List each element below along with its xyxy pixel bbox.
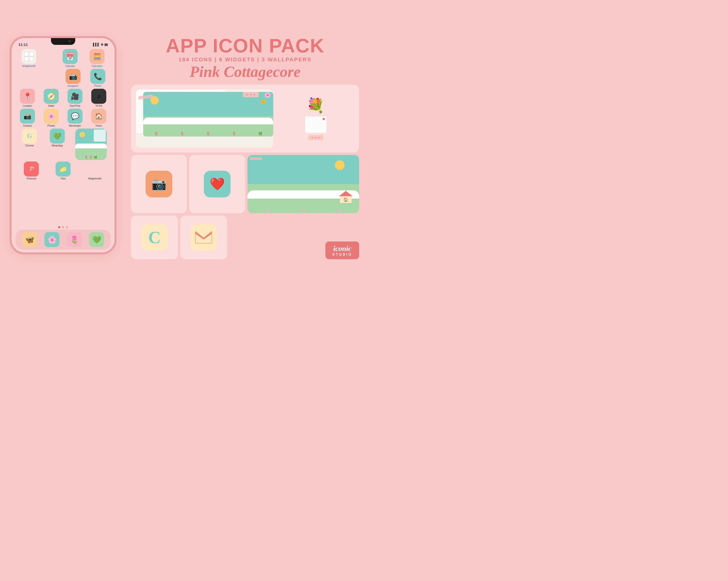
app-camera[interactable]: 📸 Camera: [18, 109, 37, 127]
icon-row-3: 📍 Location 🧭 Safari 🎥: [16, 89, 110, 107]
brand-studio: STUDIO: [332, 252, 353, 256]
home-icon: 🏠: [91, 109, 106, 124]
app-pinterest[interactable]: 𝓟 Pinterest: [21, 162, 41, 180]
instagram-icon: 📷: [66, 69, 81, 84]
tape-scene: [250, 157, 262, 160]
whatsapp-icon: 💚: [50, 129, 65, 143]
chrome-label: Chrome: [25, 144, 34, 147]
app-safari[interactable]: 🧭 Safari: [41, 89, 61, 107]
phone-dock: 🦋 🌸 🌷 💚: [16, 230, 111, 250]
tiktok-icon: ♪: [91, 89, 106, 104]
icon-row-6: 𝓟 Pinterest 📁 Files Widgetsmith: [16, 162, 110, 180]
battery-icon: ▮▮: [104, 43, 108, 46]
whatsapp-preview-card: ❤️: [189, 155, 245, 213]
scene-preview-card: 🏠 🌸🌸🌸: [248, 155, 359, 213]
gmail-preview-card: [180, 216, 227, 259]
phone-device: 11:11 ▌▌▌ ⊛ ▮▮: [10, 36, 116, 254]
title-area: APP ICON PACK 184 ICONS | 6 WIDGETS | 3 …: [131, 36, 359, 81]
app-widgetsmith2[interactable]: Widgetsmith: [85, 177, 105, 180]
main-container: 11:11 ▌▌▌ ⊛ ▮▮: [5, 5, 359, 286]
dock-flower[interactable]: 🌸: [45, 232, 59, 247]
app-photos[interactable]: 🌸 Photos: [41, 109, 61, 127]
dot-3: [66, 226, 68, 228]
camera-label: Camera: [23, 124, 32, 127]
icon-row-4: 📸 Camera 🌸 Photos 💬: [16, 109, 110, 127]
camera-icon: 📸: [20, 109, 35, 124]
phone-notch: [51, 38, 75, 45]
bottom-preview-row: 📷 ❤️: [131, 155, 359, 213]
right-panel: APP ICON PACK 184 ICONS | 6 WIDGETS | 3 …: [131, 31, 359, 259]
app-whatsapp[interactable]: 💚 WhatsApp: [47, 129, 67, 147]
app-instagram[interactable]: 📷 Instagram: [63, 69, 83, 87]
app-home[interactable]: 🏠 Home: [89, 109, 109, 127]
home-label: Home: [96, 124, 102, 127]
pinterest-icon: 𝓟: [24, 162, 39, 176]
dock-butterfly[interactable]: 🦋: [22, 232, 37, 247]
widget-preview-phone: 🌷🌷🌿: [75, 129, 107, 160]
tiktok-label: TikTok: [95, 105, 102, 107]
location-label: Location: [23, 105, 32, 107]
tape-strip-deco: 🌸🌸🌸: [308, 135, 323, 140]
heart-big-icon: ❤️: [204, 171, 231, 197]
instagram-label: Instagram: [68, 85, 78, 87]
deco-flowers-2: 🌼: [261, 99, 266, 105]
wifi-icon: ⊛: [101, 43, 103, 46]
cursive-title: Pink Cottagecore: [131, 63, 359, 81]
deco-flowers-1: 🌸: [264, 92, 271, 98]
status-icons: ▌▌▌ ⊛ ▮▮: [93, 43, 108, 46]
app-widgetsmith[interactable]: Widgetsmith: [19, 49, 38, 67]
dock-tulip[interactable]: 🌷: [67, 232, 82, 247]
preview-section: 🌷🌷🌷🌷🌿 🌸 🌼 🌸🌸🌸 💐: [131, 85, 359, 259]
chrome-icon: G: [22, 129, 37, 143]
bottom-flowers: 🌸🌸🌸: [250, 210, 357, 212]
deco-right-col: 💐 🌸🌸🌸: [277, 89, 354, 148]
app-chrome[interactable]: G Chrome: [19, 129, 39, 147]
subtitle: 184 ICONS | 6 WIDGETS | 3 WALLPAPERS: [131, 56, 359, 63]
tape-flowers: 🌸🌸🌸: [243, 92, 259, 97]
dot-2: [62, 226, 64, 228]
dot-1: [58, 226, 60, 228]
main-title: APP ICON PACK: [131, 36, 359, 56]
calendar-label: Calendar: [65, 65, 75, 67]
icons-row-3: C iconic STUDIO: [131, 216, 359, 259]
camera-dot: [69, 40, 71, 43]
signal-icon: ▌▌▌: [93, 43, 100, 46]
chrome-preview-card: C: [131, 216, 178, 259]
safari-label: Safari: [48, 105, 54, 107]
photos-label: Photos: [47, 124, 55, 127]
widgetsmith-label: Widgetsmith: [22, 65, 35, 67]
landscape-widget-large: 🌷🌷🌷🌷🌿 🌸 🌼 🌸🌸🌸: [136, 89, 273, 148]
brand-name: iconic: [332, 244, 353, 252]
brand-badge: iconic STUDIO: [326, 242, 359, 259]
files-label: Files: [60, 177, 66, 180]
instagram-preview-card: 📷: [131, 155, 187, 213]
small-grid-note: [305, 116, 327, 133]
facetime-label: FaceTime: [70, 105, 80, 107]
dock-heart[interactable]: 💚: [89, 232, 104, 247]
app-phone[interactable]: 📞 Phone: [88, 69, 108, 87]
whatsapp-label: WhatsApp: [52, 144, 63, 147]
safari-icon: 🧭: [44, 89, 59, 104]
big-widget: 🌷🌷🌿: [75, 129, 107, 160]
spacer-right: [230, 216, 323, 259]
scene-widget-preview: 🏠 🌸🌸🌸: [248, 155, 359, 213]
icon-row-1: Widgetsmith DECEMBER 📅 Calendar: [16, 49, 110, 67]
photos-icon: 🌸: [44, 109, 59, 124]
app-calculator[interactable]: 🧮 Calculator: [87, 49, 107, 67]
bouquet-deco: 💐: [307, 97, 325, 114]
phone-mockup-wrap: 11:11 ▌▌▌ ⊛ ▮▮: [5, 36, 121, 254]
calendar-icon: DECEMBER 📅: [62, 49, 78, 64]
app-messenger[interactable]: 💬 Messenger: [65, 109, 85, 127]
phone-label: Phone: [95, 85, 101, 87]
phone-screen: 11:11 ▌▌▌ ⊛ ▮▮: [11, 38, 114, 252]
app-location[interactable]: 📍 Location: [18, 89, 37, 107]
app-facetime[interactable]: 🎥 FaceTime: [65, 89, 85, 107]
app-files[interactable]: 📁 Files: [53, 162, 73, 180]
time-display: 11:11: [19, 43, 28, 47]
app-tiktok[interactable]: ♪ TikTok: [89, 89, 109, 107]
files-icon: 📁: [56, 162, 71, 176]
instagram-big-icon: 📷: [146, 171, 172, 197]
app-calendar[interactable]: DECEMBER 📅 Calendar: [60, 49, 80, 67]
icon-row-2: 📷 Instagram 📞 Phone: [16, 69, 110, 87]
page-dots: [11, 225, 114, 230]
